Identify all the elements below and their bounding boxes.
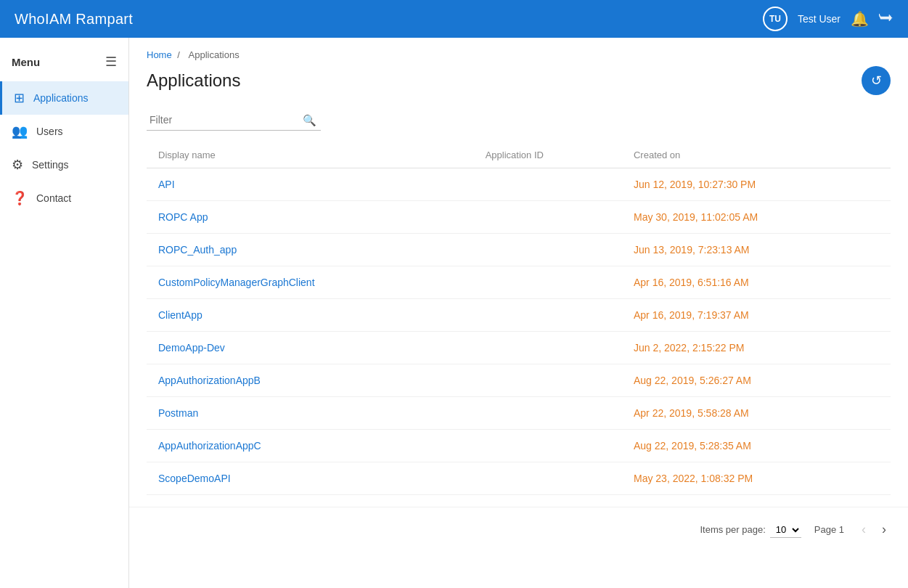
cell-created: Apr 16, 2019, 6:51:16 AM xyxy=(622,266,891,299)
cell-app-id xyxy=(474,364,622,397)
items-per-page: Items per page: 10 25 50 xyxy=(700,522,801,538)
sidebar-item-label: Applications xyxy=(33,92,89,104)
filter-container: 🔍 xyxy=(147,110,321,131)
cell-app-id xyxy=(474,201,622,234)
next-page-button[interactable]: › xyxy=(878,519,891,540)
cell-created: Jun 2, 2022, 2:15:22 PM xyxy=(622,332,891,364)
settings-icon: ⚙ xyxy=(12,157,23,173)
main-content: Home / Applications Applications ↺ 🔍 xyxy=(129,38,908,588)
cell-app-id xyxy=(474,266,622,299)
main-layout: Menu ☰ ⊞ Applications 👥 Users ⚙ Settings… xyxy=(0,38,908,588)
col-display-name: Display name xyxy=(147,142,474,168)
cell-name: ScopeDemoAPI xyxy=(147,462,474,495)
table-row[interactable]: CustomPolicyManagerGraphClient Apr 16, 2… xyxy=(147,266,891,299)
items-per-page-label: Items per page: xyxy=(700,524,765,535)
sidebar-item-settings[interactable]: ⚙ Settings xyxy=(0,148,128,181)
cell-name: AppAuthorizationAppB xyxy=(147,364,474,397)
items-per-page-select[interactable]: 10 25 50 xyxy=(770,522,801,538)
applications-table: Display name Application ID Created on A… xyxy=(147,142,891,495)
app-header: WhoIAM Rampart TU Test User 🔔 ⮩ xyxy=(0,0,908,38)
logout-icon[interactable]: ⮩ xyxy=(879,11,893,28)
sidebar-item-label: Contact xyxy=(36,192,71,204)
sidebar: Menu ☰ ⊞ Applications 👥 Users ⚙ Settings… xyxy=(0,38,129,588)
users-icon: 👥 xyxy=(12,123,28,139)
breadcrumb: Home / Applications xyxy=(147,49,891,60)
cell-name: ROPC_Auth_app xyxy=(147,234,474,266)
table-row[interactable]: Postman Apr 22, 2019, 5:58:28 AM xyxy=(147,397,891,430)
cell-app-id xyxy=(474,462,622,495)
menu-toggle-icon[interactable]: ☰ xyxy=(105,54,117,70)
table-row[interactable]: AppAuthorizationAppB Aug 22, 2019, 5:26:… xyxy=(147,364,891,397)
cell-app-id xyxy=(474,397,622,430)
applications-icon: ⊞ xyxy=(14,90,25,106)
cell-name: CustomPolicyManagerGraphClient xyxy=(147,266,474,299)
cell-created: Aug 22, 2019, 5:28:35 AM xyxy=(622,430,891,462)
cell-created: Apr 22, 2019, 5:58:28 AM xyxy=(622,397,891,430)
sidebar-item-contact[interactable]: ❓ Contact xyxy=(0,181,128,215)
username-label: Test User xyxy=(798,13,840,25)
table-header-row: Display name Application ID Created on xyxy=(147,142,891,168)
cell-created: May 23, 2022, 1:08:32 PM xyxy=(622,462,891,495)
cell-app-id xyxy=(474,299,622,332)
sidebar-item-applications[interactable]: ⊞ Applications xyxy=(0,81,128,115)
page-info: Page 1 xyxy=(814,524,844,535)
avatar: TU xyxy=(763,7,788,31)
col-created-on: Created on xyxy=(622,142,891,168)
cell-created: Aug 22, 2019, 5:26:27 AM xyxy=(622,364,891,397)
sidebar-item-label: Users xyxy=(36,126,63,137)
filter-input[interactable] xyxy=(147,110,321,131)
table-row[interactable]: ScopeDemoAPI May 23, 2022, 1:08:32 PM xyxy=(147,462,891,495)
refresh-button[interactable]: ↺ xyxy=(862,66,891,95)
header-right: TU Test User 🔔 ⮩ xyxy=(763,7,893,31)
cell-created: Jun 13, 2019, 7:23:13 AM xyxy=(622,234,891,266)
col-app-id: Application ID xyxy=(474,142,622,168)
cell-app-id xyxy=(474,332,622,364)
cell-name: ROPC App xyxy=(147,201,474,234)
cell-app-id xyxy=(474,430,622,462)
menu-label: Menu xyxy=(12,56,40,68)
cell-name: API xyxy=(147,168,474,201)
page-title: Applications xyxy=(147,70,240,91)
breadcrumb-current: Applications xyxy=(189,49,240,60)
cell-created: May 30, 2019, 11:02:05 AM xyxy=(622,201,891,234)
sidebar-item-users[interactable]: 👥 Users xyxy=(0,115,128,148)
cell-created: Apr 16, 2019, 7:19:37 AM xyxy=(622,299,891,332)
cell-name: ClientApp xyxy=(147,299,474,332)
table-row[interactable]: API Jun 12, 2019, 10:27:30 PM xyxy=(147,168,891,201)
breadcrumb-home[interactable]: Home xyxy=(147,49,172,60)
sidebar-item-label: Settings xyxy=(32,159,69,171)
cell-name: Postman xyxy=(147,397,474,430)
content-inner: Home / Applications Applications ↺ 🔍 xyxy=(129,38,908,507)
contact-icon: ❓ xyxy=(12,190,28,206)
table-row[interactable]: DemoApp-Dev Jun 2, 2022, 2:15:22 PM xyxy=(147,332,891,364)
table-row[interactable]: AppAuthorizationAppC Aug 22, 2019, 5:28:… xyxy=(147,430,891,462)
menu-header: Menu ☰ xyxy=(0,45,128,81)
cell-app-id xyxy=(474,168,622,201)
page-header-row: Applications ↺ xyxy=(147,66,891,95)
cell-name: AppAuthorizationAppC xyxy=(147,430,474,462)
cell-app-id xyxy=(474,234,622,266)
prev-page-button[interactable]: ‹ xyxy=(857,519,870,540)
search-icon: 🔍 xyxy=(303,114,316,127)
table-row[interactable]: ClientApp Apr 16, 2019, 7:19:37 AM xyxy=(147,299,891,332)
notification-icon[interactable]: 🔔 xyxy=(851,10,869,28)
breadcrumb-separator: / xyxy=(177,49,180,60)
cell-name: DemoApp-Dev xyxy=(147,332,474,364)
cell-created: Jun 12, 2019, 10:27:30 PM xyxy=(622,168,891,201)
pagination-bar: Items per page: 10 25 50 Page 1 ‹ › xyxy=(129,507,908,552)
table-row[interactable]: ROPC_Auth_app Jun 13, 2019, 7:23:13 AM xyxy=(147,234,891,266)
table-row[interactable]: ROPC App May 30, 2019, 11:02:05 AM xyxy=(147,201,891,234)
app-title: WhoIAM Rampart xyxy=(15,11,133,28)
